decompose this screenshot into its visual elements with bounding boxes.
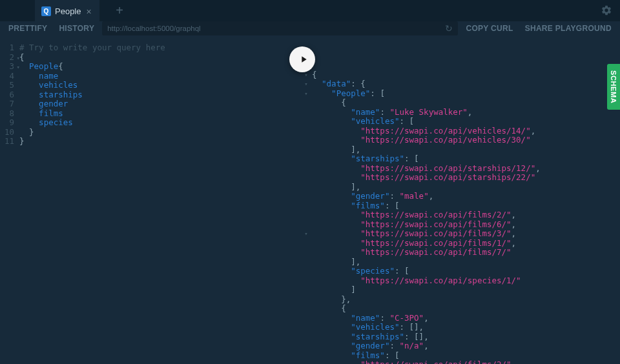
fold-caret-icon[interactable]: ▾	[17, 54, 20, 63]
toolbar: PRETTIFY HISTORY http://localhost:5000/g…	[0, 21, 620, 35]
query-editor[interactable]: 1 2▾ 3▾ 4 5 6 7 8 9 10 11 # Try to write…	[0, 35, 302, 364]
share-playground-button[interactable]: SHARE PLAYGROUND	[521, 21, 615, 35]
history-button[interactable]: HISTORY	[55, 21, 98, 35]
reload-icon[interactable]: ↻	[445, 23, 453, 34]
execute-button[interactable]	[289, 46, 315, 72]
tab-label: People	[55, 6, 81, 16]
schema-tab[interactable]: SCHEMA	[607, 64, 620, 110]
gear-icon[interactable]	[601, 5, 612, 19]
copy-curl-button[interactable]: COPY CURL	[462, 21, 517, 35]
prettify-button[interactable]: PRETTIFY	[5, 21, 51, 35]
fold-caret-icon[interactable]: ▾	[17, 63, 20, 72]
close-icon[interactable]: ×	[85, 6, 92, 17]
add-tab-button[interactable]: +	[109, 0, 130, 21]
endpoint-url: http://localhost:5000/graphql	[107, 25, 201, 32]
fold-gutter: ▾▾▾▾ ▾ ▾ ▾	[302, 42, 310, 364]
tabs-bar: Q People × +	[0, 0, 620, 21]
editor-area: 1 2▾ 3▾ 4 5 6 7 8 9 10 11 # Try to write…	[0, 35, 620, 364]
tab-type-icon: Q	[41, 6, 51, 16]
query-code[interactable]: # Try to write your query here{ People{ …	[19, 43, 302, 364]
endpoint-input[interactable]: http://localhost:5000/graphql ↻	[102, 21, 458, 35]
tab-people[interactable]: Q People ×	[35, 0, 99, 21]
json-content: { "data": { "People": [ { "name": "Luke …	[302, 70, 620, 365]
line-gutter: 1 2▾ 3▾ 4 5 6 7 8 9 10 11	[0, 43, 19, 364]
response-viewer[interactable]: ▾▾▾▾ ▾ ▾ ▾ { "data": { "People": [ { "na…	[302, 35, 620, 364]
